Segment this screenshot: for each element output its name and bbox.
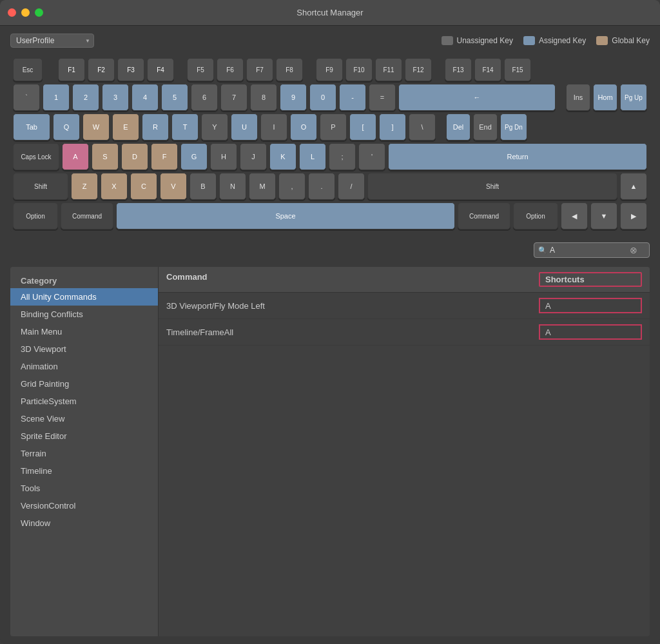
sidebar-item-window[interactable]: Window [10, 514, 158, 532]
key-semicolon[interactable]: ; [329, 143, 356, 170]
key-b[interactable]: B [189, 173, 217, 200]
key-0[interactable]: 0 [309, 84, 336, 111]
key-down[interactable]: ▼ [590, 202, 617, 229]
key-backslash[interactable]: \ [409, 113, 436, 141]
key-f3[interactable]: F3 [117, 58, 144, 81]
key-f12[interactable]: F12 [405, 58, 432, 81]
key-return[interactable]: Return [388, 143, 647, 170]
key-slash[interactable]: / [338, 173, 365, 200]
key-backspace[interactable]: ← [398, 84, 556, 111]
key-2[interactable]: 2 [72, 84, 99, 111]
key-home[interactable]: Hom [593, 84, 617, 111]
key-h[interactable]: H [210, 143, 237, 170]
key-5[interactable]: 5 [161, 84, 188, 111]
close-button[interactable] [8, 8, 16, 17]
key-9[interactable]: 9 [280, 84, 307, 111]
key-p[interactable]: P [320, 113, 347, 141]
key-f[interactable]: F [151, 143, 178, 170]
sidebar-item-3dviewport[interactable]: 3D Viewport [10, 340, 158, 358]
key-a[interactable]: A [62, 143, 89, 170]
key-pgup[interactable]: Pg Up [620, 84, 647, 111]
key-minus[interactable]: - [339, 84, 366, 111]
profile-select[interactable]: UserProfile [10, 34, 94, 48]
key-d[interactable]: D [121, 143, 148, 170]
key-f4[interactable]: F4 [147, 58, 174, 81]
key-backtick[interactable]: ` [13, 84, 40, 111]
sidebar-item-all-unity[interactable]: All Unity Commands [10, 288, 158, 306]
key-lbracket[interactable]: [ [349, 113, 376, 141]
key-4[interactable]: 4 [131, 84, 159, 111]
sidebar-item-conflicts[interactable]: Binding Conflicts [10, 306, 158, 323]
key-n[interactable]: N [219, 173, 246, 200]
key-period[interactable]: . [308, 173, 335, 200]
key-tab[interactable]: Tab [13, 113, 50, 141]
key-rbracket[interactable]: ] [379, 113, 406, 141]
key-f13[interactable]: F13 [445, 58, 472, 81]
key-left[interactable]: ◀ [561, 202, 588, 229]
key-o[interactable]: O [290, 113, 317, 141]
key-t[interactable]: T [171, 113, 199, 141]
key-g[interactable]: G [180, 143, 208, 170]
key-r[interactable]: R [142, 113, 169, 141]
key-l[interactable]: L [299, 143, 326, 170]
key-k[interactable]: K [269, 143, 296, 170]
key-w[interactable]: W [82, 113, 110, 141]
key-z[interactable]: Z [71, 173, 98, 200]
maximize-button[interactable] [35, 8, 43, 17]
search-clear-button[interactable]: ⊗ [630, 245, 637, 255]
sidebar-item-terrain[interactable]: Terrain [10, 445, 158, 462]
key-6[interactable]: 6 [191, 84, 218, 111]
key-ins[interactable]: Ins [566, 84, 590, 111]
sidebar-item-animation[interactable]: Animation [10, 358, 158, 375]
sidebar-item-versioncontrol[interactable]: VersionControl [10, 497, 158, 514]
key-f2[interactable]: F2 [88, 58, 115, 81]
key-lcommand[interactable]: Command [61, 202, 113, 229]
key-x[interactable]: X [101, 173, 128, 200]
key-s[interactable]: S [92, 143, 119, 170]
key-q[interactable]: Q [53, 113, 80, 141]
sidebar-item-timeline[interactable]: Timeline [10, 462, 158, 480]
minimize-button[interactable] [21, 8, 30, 17]
sidebar-item-mainmenu[interactable]: Main Menu [10, 323, 158, 340]
key-7[interactable]: 7 [220, 84, 248, 111]
key-m[interactable]: M [249, 173, 276, 200]
sidebar-item-tools[interactable]: Tools [10, 480, 158, 497]
key-equals[interactable]: = [369, 84, 396, 111]
key-del[interactable]: Del [446, 113, 471, 141]
key-f6[interactable]: F6 [217, 58, 244, 81]
search-input[interactable] [550, 246, 627, 255]
key-f8[interactable]: F8 [276, 58, 303, 81]
key-f5[interactable]: F5 [187, 58, 214, 81]
key-c[interactable]: C [130, 173, 157, 200]
key-f14[interactable]: F14 [474, 58, 501, 81]
key-u[interactable]: U [231, 113, 258, 141]
key-8[interactable]: 8 [250, 84, 277, 111]
sidebar-item-gridpainting[interactable]: Grid Painting [10, 375, 158, 393]
key-y[interactable]: Y [201, 113, 228, 141]
key-space[interactable]: Space [116, 202, 455, 229]
key-loption[interactable]: Option [13, 202, 58, 229]
key-i[interactable]: I [260, 113, 287, 141]
key-capslock[interactable]: Caps Lock [13, 143, 59, 170]
key-f15[interactable]: F15 [504, 58, 531, 81]
key-right[interactable]: ▶ [620, 202, 647, 229]
key-e[interactable]: E [112, 113, 139, 141]
key-rshift[interactable]: Shift [367, 173, 617, 200]
sidebar-item-spriteeditor[interactable]: Sprite Editor [10, 427, 158, 445]
sidebar-item-particlesystem[interactable]: ParticleSystem [10, 393, 158, 410]
key-v[interactable]: V [160, 173, 187, 200]
key-3[interactable]: 3 [102, 84, 129, 111]
key-j[interactable]: J [240, 143, 267, 170]
key-f9[interactable]: F9 [316, 58, 343, 81]
sidebar-item-sceneview[interactable]: Scene View [10, 410, 158, 427]
key-comma[interactable]: , [278, 173, 306, 200]
key-esc[interactable]: Esc [13, 58, 43, 81]
key-1[interactable]: 1 [43, 84, 70, 111]
key-roption[interactable]: Option [513, 202, 558, 229]
key-pgdn[interactable]: Pg Dn [500, 113, 527, 141]
key-f11[interactable]: F11 [375, 58, 402, 81]
key-f10[interactable]: F10 [345, 58, 373, 81]
key-end[interactable]: End [473, 113, 498, 141]
key-up[interactable]: ▲ [620, 173, 647, 200]
key-rcommand[interactable]: Command [458, 202, 510, 229]
